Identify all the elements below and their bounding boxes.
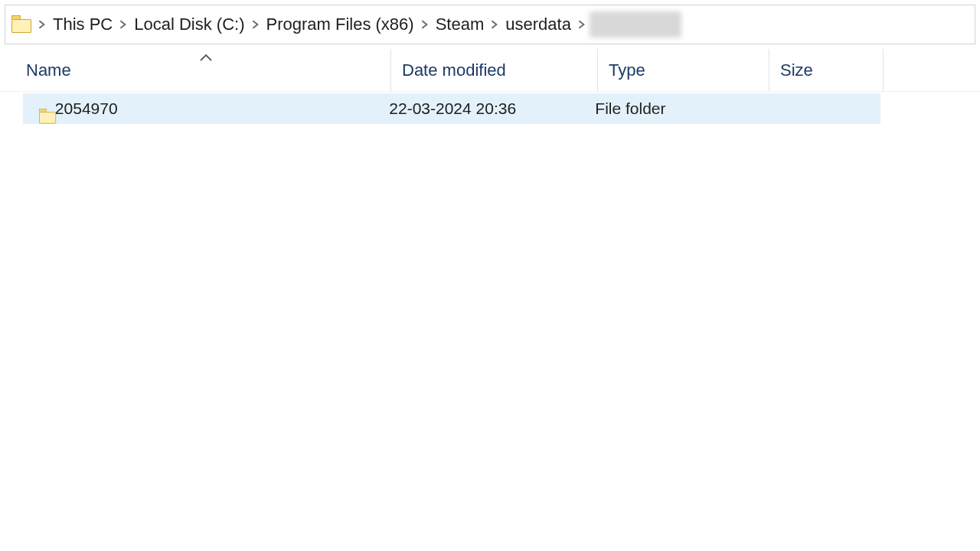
- column-header-label: Type: [609, 60, 645, 80]
- folder-icon: [11, 15, 33, 34]
- breadcrumb-program-files[interactable]: Program Files (x86): [260, 15, 420, 34]
- breadcrumb-current-redacted[interactable]: [590, 11, 681, 37]
- column-header-date-modified[interactable]: Date modified: [390, 49, 597, 91]
- sort-up-icon: [199, 47, 213, 67]
- column-headers: Name Date modified Type Size: [0, 49, 980, 92]
- column-header-size[interactable]: Size: [769, 49, 884, 91]
- column-header-label: Name: [26, 60, 71, 80]
- address-bar[interactable]: This PC Local Disk (C:) Program Files (x…: [5, 5, 975, 44]
- breadcrumb-local-disk[interactable]: Local Disk (C:): [128, 15, 250, 34]
- breadcrumb-userdata[interactable]: userdata: [499, 15, 577, 34]
- breadcrumb-this-pc[interactable]: This PC: [47, 15, 119, 34]
- column-header-name[interactable]: Name: [0, 49, 390, 91]
- column-header-label: Date modified: [402, 60, 506, 80]
- row-type: File folder: [595, 99, 766, 118]
- chevron-right-icon[interactable]: [119, 20, 128, 29]
- breadcrumb-steam[interactable]: Steam: [430, 15, 491, 34]
- row-name: 2054970: [55, 99, 389, 118]
- column-header-type[interactable]: Type: [597, 49, 769, 91]
- chevron-right-icon[interactable]: [38, 20, 47, 29]
- chevron-right-icon[interactable]: [420, 20, 430, 29]
- chevron-right-icon[interactable]: [490, 20, 499, 29]
- file-list: 2054970 22-03-2024 20:36 File folder: [0, 93, 980, 124]
- row-date-modified: 22-03-2024 20:36: [389, 99, 595, 118]
- table-row[interactable]: 2054970 22-03-2024 20:36 File folder: [23, 93, 880, 124]
- chevron-right-icon[interactable]: [251, 20, 260, 29]
- chevron-right-icon[interactable]: [577, 20, 586, 29]
- column-header-label: Size: [780, 60, 813, 80]
